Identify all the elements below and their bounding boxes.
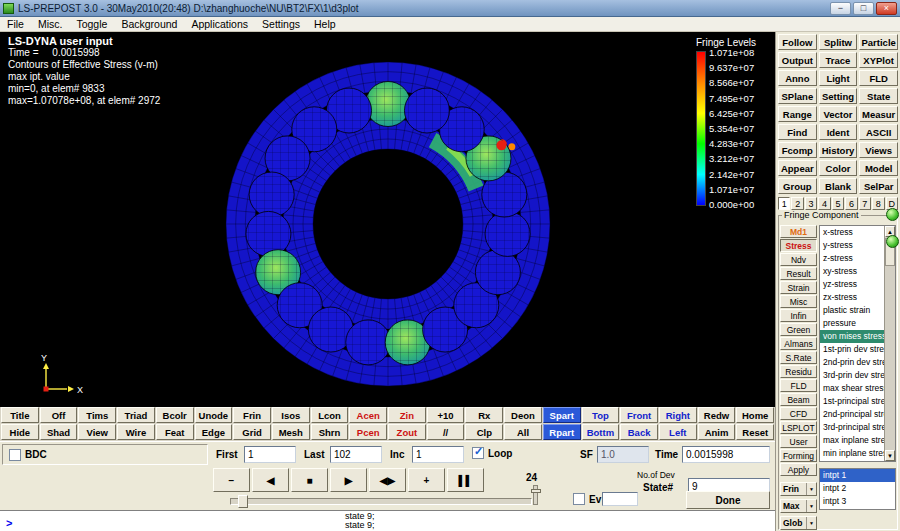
intpt-item-intpt-1[interactable]: intpt 1 bbox=[820, 469, 895, 482]
panel-button-ascii[interactable]: ASCII bbox=[859, 124, 898, 140]
toolbar-button-front[interactable]: Front bbox=[620, 407, 658, 423]
panel-button-blank[interactable]: Blank bbox=[819, 178, 858, 194]
page-button-2[interactable]: 2 bbox=[791, 197, 803, 210]
toolbar-button-rx[interactable]: Rx bbox=[465, 407, 503, 423]
first-input[interactable] bbox=[244, 446, 296, 463]
toolbar-button-reset[interactable]: Reset bbox=[736, 424, 774, 440]
toolbar-button-shad[interactable]: Shad bbox=[40, 424, 78, 440]
state-slider-thumb[interactable] bbox=[238, 495, 248, 508]
category-strain[interactable]: Strain bbox=[780, 281, 817, 294]
dropdown-frin[interactable]: Frin▼ bbox=[780, 482, 817, 496]
toolbar-button-zout[interactable]: Zout bbox=[388, 424, 426, 440]
panel-button-state[interactable]: State bbox=[859, 88, 898, 104]
toolbar-button-hide[interactable]: Hide bbox=[1, 424, 39, 440]
menu-background[interactable]: Background bbox=[114, 17, 184, 31]
title-bar[interactable]: LS-PREPOST 3.0 - 30May2010(20:48) D:\zha… bbox=[0, 0, 900, 17]
speed-slider-thumb[interactable] bbox=[531, 489, 541, 493]
panel-button-splane[interactable]: SPlane bbox=[778, 88, 817, 104]
time-input[interactable] bbox=[682, 446, 770, 463]
panel-button-history[interactable]: History bbox=[819, 142, 858, 158]
toolbar-button-unode[interactable]: Unode bbox=[195, 407, 233, 423]
toolbar-button-back[interactable]: Back bbox=[620, 424, 658, 440]
category-infin[interactable]: Infin bbox=[780, 309, 817, 322]
green-sphere-icon[interactable] bbox=[886, 235, 899, 248]
panel-button-color[interactable]: Color bbox=[819, 160, 858, 176]
panel-button-trace[interactable]: Trace bbox=[819, 52, 858, 68]
page-button-5[interactable]: 5 bbox=[832, 197, 844, 210]
page-button-4[interactable]: 4 bbox=[818, 197, 830, 210]
panel-button-find[interactable]: Find bbox=[778, 124, 817, 140]
ev-input[interactable] bbox=[602, 492, 638, 506]
panel-button-particle[interactable]: Particle bbox=[859, 34, 898, 50]
command-prompt[interactable]: > bbox=[6, 517, 12, 529]
menu-misc[interactable]: Misc. bbox=[31, 17, 70, 31]
pause-button[interactable]: ▌▌ bbox=[447, 468, 484, 492]
play-button[interactable]: ▶ bbox=[330, 468, 367, 492]
viewport[interactable]: YX LS-DYNA user input Time = 0.0015998 C… bbox=[0, 32, 775, 407]
category-residu[interactable]: Residu bbox=[780, 365, 817, 378]
toolbar-button-view[interactable]: View bbox=[78, 424, 116, 440]
page-button-3[interactable]: 3 bbox=[805, 197, 817, 210]
step-button[interactable]: ◀▶ bbox=[369, 468, 406, 492]
toolbar-button-all[interactable]: All bbox=[504, 424, 542, 440]
menu-applications[interactable]: Applications bbox=[184, 17, 255, 31]
toolbar-button-left[interactable]: Left bbox=[659, 424, 697, 440]
play-reverse-button[interactable]: ◀ bbox=[252, 468, 289, 492]
panel-button-setting[interactable]: Setting bbox=[819, 88, 858, 104]
maximize-button[interactable]: □ bbox=[853, 2, 874, 15]
panel-button-anno[interactable]: Anno bbox=[778, 70, 817, 86]
toolbar-button-bottm[interactable]: Bottm bbox=[582, 424, 620, 440]
scrollbar-down-icon[interactable]: ▼ bbox=[885, 450, 895, 461]
toolbar-button-anim[interactable]: Anim bbox=[698, 424, 736, 440]
toolbar-button-clp[interactable]: Clp bbox=[465, 424, 503, 440]
panel-button-xyplot[interactable]: XYPlot bbox=[859, 52, 898, 68]
toolbar-button-top[interactable]: Top bbox=[582, 407, 620, 423]
panel-button-model[interactable]: Model bbox=[859, 160, 898, 176]
toolbar-button-grid[interactable]: Grid bbox=[233, 424, 271, 440]
toolbar-button-right[interactable]: Right bbox=[659, 407, 697, 423]
menu-help[interactable]: Help bbox=[307, 17, 343, 31]
page-button-7[interactable]: 7 bbox=[859, 197, 871, 210]
sf-input[interactable] bbox=[597, 446, 649, 463]
toolbar-button-lcon[interactable]: Lcon bbox=[311, 407, 349, 423]
options-scrollbar[interactable]: ▲▼ bbox=[884, 226, 895, 461]
toolbar-button-off[interactable]: Off bbox=[40, 407, 78, 423]
panel-button-splitw[interactable]: Splitw bbox=[819, 34, 858, 50]
close-button[interactable]: × bbox=[876, 2, 897, 15]
toolbar-button-isos[interactable]: Isos bbox=[272, 407, 310, 423]
speed-slider[interactable] bbox=[533, 485, 538, 505]
dropdown-glob[interactable]: Glob▼ bbox=[780, 516, 817, 530]
panel-button-light[interactable]: Light bbox=[819, 70, 858, 86]
page-button-8[interactable]: 8 bbox=[872, 197, 884, 210]
category-lsplot[interactable]: LSPLOT bbox=[780, 421, 817, 434]
toolbar-button-idx11[interactable]: // bbox=[427, 424, 465, 440]
category-fld[interactable]: FLD bbox=[780, 379, 817, 392]
done-button[interactable]: Done bbox=[686, 491, 770, 509]
panel-button-fld[interactable]: FLD bbox=[859, 70, 898, 86]
toolbar-button-mesh[interactable]: Mesh bbox=[272, 424, 310, 440]
toolbar-button-frin[interactable]: Frin bbox=[233, 407, 271, 423]
toolbar-button-10[interactable]: +10 bbox=[427, 407, 465, 423]
category-s-rate[interactable]: S.Rate bbox=[780, 351, 817, 364]
panel-button-follow[interactable]: Follow bbox=[778, 34, 817, 50]
panel-button-output[interactable]: Output bbox=[778, 52, 817, 68]
category-user[interactable]: User bbox=[780, 435, 817, 448]
minimize-button[interactable]: − bbox=[830, 2, 851, 15]
panel-button-group[interactable]: Group bbox=[778, 178, 817, 194]
panel-button-fcomp[interactable]: Fcomp bbox=[778, 142, 817, 158]
menu-toggle[interactable]: Toggle bbox=[69, 17, 114, 31]
toolbar-button-edge[interactable]: Edge bbox=[195, 424, 233, 440]
panel-button-selpar[interactable]: SelPar bbox=[859, 178, 898, 194]
toolbar-button-bcolr[interactable]: Bcolr bbox=[156, 407, 194, 423]
category-beam[interactable]: Beam bbox=[780, 393, 817, 406]
speed-down-button[interactable]: − bbox=[213, 468, 250, 492]
toolbar-button-wire[interactable]: Wire bbox=[117, 424, 155, 440]
menu-settings[interactable]: Settings bbox=[255, 17, 307, 31]
intpt-item-intpt-3[interactable]: intpt 3 bbox=[820, 495, 895, 508]
panel-button-appear[interactable]: Appear bbox=[778, 160, 817, 176]
category-almans[interactable]: Almans bbox=[780, 337, 817, 350]
menu-file[interactable]: File bbox=[0, 17, 31, 31]
category-green[interactable]: Green bbox=[780, 323, 817, 336]
toolbar-button-title[interactable]: Title bbox=[1, 407, 39, 423]
category-apply[interactable]: Apply bbox=[780, 463, 817, 476]
